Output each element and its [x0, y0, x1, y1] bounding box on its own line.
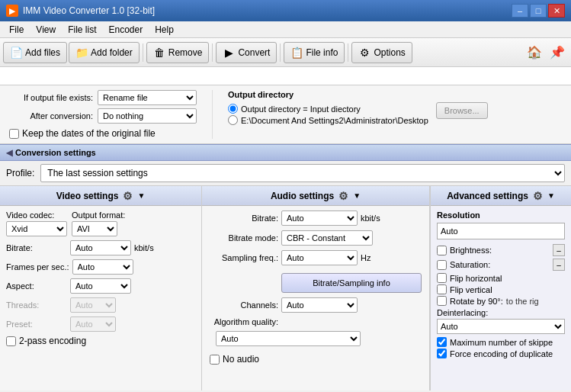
if-exists-row: If output file exists: Rename file — [9, 90, 197, 105]
advanced-gear-icon[interactable]: ⚙ — [533, 190, 543, 202]
brightness-checkbox[interactable] — [437, 246, 447, 255]
main-content: Video settings ⚙ ▼ Video codec: Xvid Out… — [0, 186, 571, 390]
minimize-button[interactable]: – — [512, 4, 528, 18]
remove-label: Remove — [168, 47, 203, 58]
rotate-checkbox[interactable] — [437, 296, 447, 306]
max-skip-label: Maximum number of skippe — [450, 338, 553, 347]
flip-h-checkbox[interactable] — [437, 273, 447, 283]
audio-arrow-icon[interactable]: ▼ — [353, 191, 361, 200]
output-dir-label: Output directory — [228, 90, 562, 99]
options-label: Options — [374, 47, 405, 58]
title-bar-controls[interactable]: – □ ✕ — [512, 4, 565, 18]
toolbar-right: 🏠 📌 — [524, 42, 568, 63]
add-folder-button[interactable]: 📁 Add folder — [69, 42, 140, 63]
aspect-select[interactable]: Auto — [70, 278, 131, 294]
codec-format-row: Video codec: Xvid Output format: AVI — [6, 210, 195, 236]
menu-filelist[interactable]: File list — [62, 23, 102, 37]
convert-icon: ▶ — [223, 47, 235, 59]
force-dup-label: Force encoding of duplicate — [450, 349, 553, 358]
profile-select[interactable]: The last session settings — [40, 164, 565, 182]
keep-dates-checkbox[interactable] — [9, 129, 19, 139]
audio-bitrate-select[interactable]: Auto — [281, 210, 358, 226]
menu-file[interactable]: File — [3, 23, 30, 37]
file-info-button[interactable]: 📋 File info — [284, 42, 345, 63]
threads-select[interactable]: Auto — [70, 297, 116, 313]
settings-right: Output directory Output directory = Inpu… — [212, 90, 562, 139]
file-info-icon: 📋 — [290, 47, 303, 59]
video-arrow-icon[interactable]: ▼ — [137, 191, 145, 200]
preset-label: Preset: — [6, 320, 67, 329]
aspect-row: Aspect: Auto — [6, 278, 195, 294]
bitrate-select[interactable]: Auto — [70, 240, 131, 255]
remove-button[interactable]: 🗑 Remove — [146, 42, 210, 63]
pin-button[interactable]: 📌 — [547, 42, 568, 63]
browse-button[interactable]: Browse... — [436, 102, 488, 119]
saturation-minus[interactable]: – — [553, 259, 565, 271]
menu-encoder[interactable]: Encoder — [102, 23, 149, 37]
fps-label: Frames per sec.: — [6, 262, 69, 272]
menu-help[interactable]: Help — [149, 23, 180, 37]
brightness-minus[interactable]: – — [553, 244, 565, 256]
algo-label: Algorithm quality: — [210, 317, 278, 326]
toolbar: 📄 Add files 📁 Add folder 🗑 Remove ▶ Conv… — [0, 38, 571, 67]
preset-select[interactable]: Auto — [70, 316, 116, 332]
force-dup-checkbox[interactable] — [437, 349, 447, 358]
advanced-header-label: Advanced settings — [447, 191, 528, 201]
no-audio-checkbox[interactable] — [210, 355, 220, 365]
keep-dates-label: Keep the dates of the original file — [22, 128, 156, 139]
bitrate-mode-select[interactable]: CBR - Constant — [281, 230, 373, 246]
audio-gear-icon[interactable]: ⚙ — [338, 190, 348, 202]
add-files-icon: 📄 — [10, 47, 22, 59]
resolution-input[interactable] — [437, 223, 565, 239]
convert-button[interactable]: ▶ Convert — [216, 42, 277, 63]
preset-row: Preset: Auto — [6, 316, 195, 332]
deinterlacing-select[interactable]: Auto — [437, 319, 565, 334]
menu-bar: File View File list Encoder Help — [0, 21, 571, 38]
channels-select[interactable]: Auto — [281, 297, 358, 313]
audio-bitrate-unit: kbit/s — [361, 214, 380, 223]
brightness-label: Brightness: — [450, 246, 550, 255]
radio-same-row: Output directory = Input diectory — [228, 104, 428, 114]
if-exists-select[interactable]: Rename file — [98, 90, 197, 105]
format-select[interactable]: AVI — [72, 221, 117, 236]
if-exists-label: If output file exists: — [9, 93, 93, 102]
two-pass-checkbox[interactable] — [6, 336, 16, 346]
close-button[interactable]: ✕ — [548, 4, 565, 18]
options-button[interactable]: ⚙ Options — [351, 42, 412, 63]
advanced-arrow-icon[interactable]: ▼ — [547, 191, 555, 200]
radio-same[interactable] — [228, 104, 238, 114]
bitrate-label: Bitrate: — [6, 243, 67, 252]
add-folder-label: Add folder — [91, 47, 133, 58]
algo-select[interactable]: Auto — [216, 331, 361, 346]
sampling-select[interactable]: Auto — [281, 250, 358, 265]
rotate-row: Rotate by 90°: to the rig — [437, 296, 565, 306]
flip-v-checkbox[interactable] — [437, 284, 447, 294]
fps-select[interactable]: Auto — [72, 259, 133, 275]
saturation-checkbox[interactable] — [437, 260, 447, 270]
two-pass-label: 2-pass encoding — [19, 336, 86, 346]
app-title: IMM Video Converter 1.0 [32-bit] — [23, 5, 155, 16]
add-files-button[interactable]: 📄 Add files — [3, 42, 67, 63]
radio-same-label: Output directory = Input diectory — [241, 104, 361, 114]
codec-select[interactable]: Xvid — [6, 221, 67, 236]
radio-custom[interactable] — [228, 115, 238, 125]
deinterlacing-label: Deinterlacing: — [437, 308, 565, 317]
home-button[interactable]: 🏠 — [524, 42, 545, 63]
video-gear-icon[interactable]: ⚙ — [123, 190, 133, 202]
convert-label: Convert — [238, 47, 270, 58]
brightness-row: Brightness: – — [437, 244, 565, 256]
maximize-button[interactable]: □ — [530, 4, 547, 18]
bitrate-info-button[interactable]: Bitrate/Sampling info — [281, 273, 422, 293]
toolbar-separator-1 — [143, 43, 143, 62]
video-panel: Video settings ⚙ ▼ Video codec: Xvid Out… — [0, 186, 202, 390]
no-audio-row: No audio — [210, 354, 422, 365]
after-conversion-select[interactable]: Do nothing — [98, 108, 197, 124]
menu-view[interactable]: View — [30, 23, 62, 37]
max-skip-checkbox[interactable] — [437, 337, 447, 347]
settings-row: If output file exists: Rename file After… — [0, 85, 571, 144]
add-files-label: Add files — [25, 47, 60, 58]
codec-col: Video codec: Xvid — [6, 210, 67, 236]
add-folder-icon: 📁 — [75, 47, 88, 59]
toolbar-separator-4 — [348, 43, 348, 62]
rotate-value: to the rig — [506, 297, 539, 306]
